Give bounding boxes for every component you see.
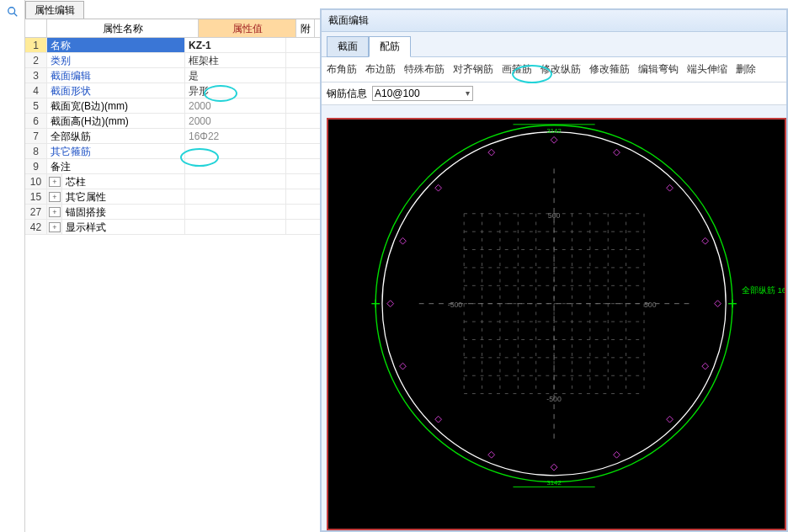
row-index: 8 [25, 144, 47, 158]
expand-icon[interactable]: + [49, 222, 61, 232]
table-row[interactable]: 10+芯柱 [25, 174, 320, 189]
row-index: 27 [25, 205, 47, 219]
row-index: 3 [25, 68, 47, 82]
table-row[interactable]: 3截面编辑是 [25, 68, 320, 83]
table-row[interactable]: 4截面形状异形 [25, 83, 320, 98]
svg-text:3142: 3142 [546, 479, 561, 487]
row-index: 10 [25, 174, 47, 189]
property-grid: 属性名称 属性值 附 1名称KZ-12类别框架柱3截面编辑是4截面形状异形5截面… [25, 19, 320, 235]
svg-marker-34 [667, 184, 674, 191]
btn-special-rebar[interactable]: 特殊布筋 [404, 62, 445, 77]
row-value[interactable] [185, 205, 286, 219]
row-name: 显示样式 [62, 220, 185, 234]
expand-icon[interactable]: + [49, 177, 61, 187]
svg-marker-47 [488, 149, 495, 156]
svg-marker-35 [702, 237, 709, 244]
row-value[interactable]: 框架柱 [185, 53, 286, 67]
row-index: 9 [25, 159, 47, 173]
svg-line-1 [13, 13, 17, 17]
row-value[interactable] [185, 159, 286, 173]
table-row[interactable]: 1名称KZ-1 [25, 38, 320, 53]
svg-marker-33 [614, 149, 620, 156]
svg-marker-43 [400, 363, 407, 370]
row-value[interactable] [185, 189, 286, 204]
rebar-info-select[interactable]: A10@100 [372, 86, 473, 101]
row-value[interactable]: 异形 [185, 83, 286, 98]
row-name: 芯柱 [62, 174, 185, 189]
header-value[interactable]: 属性值 [199, 19, 296, 37]
table-row[interactable]: 7全部纵筋16Φ22 [25, 129, 320, 144]
header-name[interactable]: 属性名称 [47, 19, 199, 37]
svg-marker-45 [400, 237, 407, 244]
btn-corner-rebar[interactable]: 布角筋 [327, 62, 357, 77]
btn-align-rebar[interactable]: 对齐钢筋 [453, 62, 493, 77]
btn-edit-hook[interactable]: 编辑弯钩 [638, 62, 679, 77]
row-name: 截面宽(B边)(mm) [47, 98, 185, 113]
table-row[interactable]: 6截面高(H边)(mm)2000 [25, 114, 320, 129]
property-panel: 属性编辑 属性名称 属性值 附 1名称KZ-12类别框架柱3截面编辑是4截面形状… [0, 0, 320, 532]
svg-text:500: 500 [548, 211, 561, 220]
tab-property-edit[interactable]: 属性编辑 [25, 1, 84, 19]
tab-section[interactable]: 截面 [327, 36, 369, 57]
header-extra[interactable]: 附 [296, 19, 315, 37]
row-value[interactable] [185, 144, 286, 158]
row-value[interactable]: 是 [185, 68, 286, 82]
btn-modify-stirrup[interactable]: 修改箍筋 [589, 62, 630, 77]
svg-marker-40 [551, 464, 557, 471]
row-value[interactable] [185, 220, 286, 234]
svg-marker-32 [551, 136, 557, 143]
svg-point-0 [8, 8, 14, 14]
btn-draw-stirrup[interactable]: 画箍筋 [502, 62, 532, 77]
panel-title: 截面编辑 [322, 10, 786, 32]
svg-text:-500: -500 [546, 395, 562, 403]
row-index: 42 [25, 220, 47, 234]
svg-text:-500: -500 [448, 301, 463, 309]
table-row[interactable]: 8其它箍筋 [25, 144, 320, 159]
cad-drawing: 3142 3142 500 500 -500 -500 全部纵筋 16 [328, 120, 785, 529]
row-name: 类别 [47, 53, 185, 67]
header-index [25, 19, 47, 37]
tab-rebar[interactable]: 配筋 [369, 36, 411, 57]
cad-canvas[interactable]: 3142 3142 500 500 -500 -500 全部纵筋 16 [327, 118, 786, 530]
table-row[interactable]: 42+显示样式 [25, 220, 320, 235]
row-index: 6 [25, 114, 47, 128]
row-value[interactable]: 2000 [185, 114, 286, 128]
row-name: 其它箍筋 [47, 144, 185, 158]
svg-marker-42 [435, 416, 442, 423]
svg-marker-44 [387, 301, 394, 307]
expand-icon[interactable]: + [49, 207, 61, 217]
expand-icon[interactable]: + [49, 192, 61, 202]
table-row[interactable]: 9备注 [25, 159, 320, 174]
row-name: 备注 [47, 159, 185, 173]
row-index: 5 [25, 98, 47, 113]
row-name: 截面编辑 [47, 68, 185, 82]
btn-edge-rebar[interactable]: 布边筋 [365, 62, 396, 77]
svg-text:3142: 3142 [546, 127, 561, 135]
row-name: 其它属性 [62, 189, 185, 204]
btn-end-extend[interactable]: 端头伸缩 [687, 62, 727, 77]
svg-text:16: 16 [777, 285, 785, 295]
row-name: 截面形状 [47, 83, 185, 98]
row-value[interactable] [185, 174, 286, 189]
row-name: 全部纵筋 [47, 129, 185, 143]
btn-modify-long[interactable]: 修改纵筋 [540, 62, 581, 77]
row-index: 4 [25, 83, 47, 98]
row-name: 锚固搭接 [62, 205, 185, 219]
row-value[interactable]: 16Φ22 [185, 129, 286, 143]
table-row[interactable]: 2类别框架柱 [25, 53, 320, 68]
table-row[interactable]: 5截面宽(B边)(mm)2000 [25, 98, 320, 114]
table-row[interactable]: 27+锚固搭接 [25, 205, 320, 220]
row-name: 截面高(H边)(mm) [47, 114, 185, 128]
row-index: 1 [25, 38, 47, 52]
table-row[interactable]: 15+其它属性 [25, 189, 320, 205]
row-value[interactable]: 2000 [185, 98, 286, 113]
section-editor-panel: 截面编辑 截面 配筋 布角筋 布边筋 特殊布筋 对齐钢筋 画箍筋 修改纵筋 修改… [320, 8, 788, 532]
row-index: 7 [25, 129, 47, 143]
svg-marker-38 [667, 416, 674, 423]
btn-delete[interactable]: 删除 [736, 62, 756, 77]
rebar-info-label: 钢筋信息 [327, 87, 367, 101]
row-value[interactable]: KZ-1 [185, 38, 286, 52]
rebar-toolbar: 布角筋 布边筋 特殊布筋 对齐钢筋 画箍筋 修改纵筋 修改箍筋 编辑弯钩 端头伸… [322, 56, 786, 82]
search-icon[interactable] [6, 5, 19, 19]
row-index: 15 [25, 189, 47, 204]
